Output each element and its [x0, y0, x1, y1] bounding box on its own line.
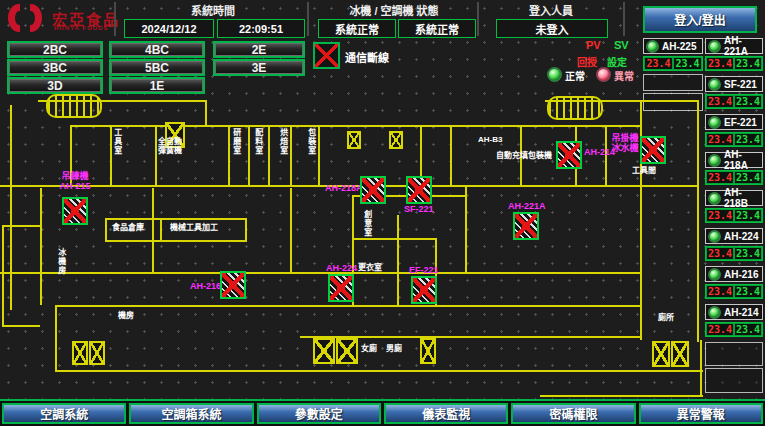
sv-abbr-label: SV — [614, 39, 629, 51]
unit-status-led — [708, 154, 721, 167]
equip-ah-216-icon[interactable] — [220, 271, 246, 299]
unit-ah-216-values: 23.423.4 — [705, 284, 763, 299]
unit-ah-224[interactable]: AH-224 — [705, 228, 763, 244]
wall — [105, 240, 247, 242]
elevator-icon — [313, 338, 335, 364]
equip-ah-224-icon[interactable] — [328, 274, 354, 302]
wall — [55, 370, 703, 372]
equip-ah-215-icon[interactable] — [62, 197, 88, 225]
divider — [623, 2, 625, 36]
room-label: 工具室 — [112, 128, 121, 155]
sv-value: 23.4 — [734, 323, 762, 336]
unit-label: EF-221 — [724, 117, 757, 128]
unit-ah-218a-values: 23.423.4 — [705, 170, 763, 185]
equip-ah-214-icon[interactable] — [556, 141, 582, 169]
unit-ef-221[interactable]: EF-221 — [705, 114, 763, 130]
normal-legend-icon — [547, 67, 562, 82]
wall — [40, 188, 42, 305]
nav-abnormal-alarm-button[interactable]: 異常警報 — [639, 403, 763, 424]
pv-value: 23.4 — [706, 171, 734, 184]
sv-value: 23.4 — [734, 247, 762, 260]
empty-unit-slot — [643, 93, 703, 111]
wall — [205, 100, 207, 127]
room-label: 食品倉庫 — [112, 224, 144, 233]
room-label: 自動充填包裝機 — [496, 152, 556, 161]
wall — [697, 100, 699, 342]
equip-hoist-icon[interactable] — [640, 136, 666, 164]
wall — [318, 125, 320, 187]
login-logout-button[interactable]: 登入/登出 — [643, 6, 757, 33]
elevator-icon — [652, 341, 670, 367]
unit-sf-221-values: 23.423.4 — [705, 94, 763, 109]
room-label: 女廁 — [361, 345, 377, 354]
equip-label-ah-215: 吊練機 AH-215 — [50, 172, 100, 192]
room-label: 配料室 — [253, 128, 262, 155]
floor-button-1e[interactable]: 1E — [109, 77, 205, 94]
equip-label-ef-221: EF-221 — [409, 266, 439, 276]
nav-instrument-monitor-button[interactable]: 儀表監視 — [384, 403, 508, 424]
unit-ah-221a[interactable]: AH-221A — [705, 38, 763, 54]
equip-label-ah-224: AH-224 — [326, 264, 357, 274]
unit-ah-225[interactable]: AH-225 — [643, 38, 703, 54]
unit-ah-218b[interactable]: AH-218B — [705, 190, 763, 206]
unit-label: AH-224 — [724, 231, 758, 242]
unit-label: AH-225 — [662, 41, 696, 52]
room-label: 包裝室 — [306, 128, 315, 155]
equip-ah-218a-icon[interactable] — [360, 176, 386, 204]
floor-button-4bc[interactable]: 4BC — [109, 41, 205, 58]
unit-ah-218a[interactable]: AH-218A — [705, 152, 763, 168]
unit-ah-216[interactable]: AH-216 — [705, 266, 763, 282]
unit-ah-214[interactable]: AH-214 — [705, 304, 763, 320]
comm-fail-legend-icon — [313, 42, 340, 69]
room-label: 更衣室 — [358, 264, 382, 273]
equip-ef-221-icon[interactable] — [411, 276, 437, 304]
sv-value: 23.4 — [734, 285, 762, 298]
room-label: 工具間 — [632, 167, 656, 176]
floor-button-5bc[interactable]: 5BC — [109, 59, 205, 76]
nav-parameter-settings-button[interactable]: 參數設定 — [257, 403, 381, 424]
wall — [290, 125, 292, 187]
unit-status-led — [708, 78, 721, 91]
sv-value: 23.4 — [673, 57, 702, 70]
nav-ahu-system-button[interactable]: 空調箱系統 — [129, 403, 253, 424]
unit-sf-221[interactable]: SF-221 — [705, 76, 763, 92]
unit-status-led — [646, 40, 659, 53]
wall — [0, 272, 640, 274]
room-label: 全自動 彈簧機 — [158, 138, 182, 156]
divider — [477, 2, 479, 36]
unit-status-led — [708, 192, 721, 205]
wall — [2, 225, 40, 227]
bottom-nav: 空調系統 空調箱系統 參數設定 儀表監視 密碼權限 異常警報 — [0, 399, 765, 426]
unit-ah-221a-values: 23.423.4 — [705, 56, 763, 71]
sv-value: 23.4 — [734, 133, 762, 146]
equip-label-ah-221a: AH-221A — [508, 202, 546, 212]
unit-ah-225-values: 23.423.4 — [643, 56, 703, 71]
unit-status-led — [708, 268, 721, 281]
unit-label: AH-214 — [724, 307, 758, 318]
stairs-icon — [547, 96, 603, 120]
wall — [105, 218, 247, 220]
hmi-screen: 宏亞食品 HUNYA FOODS 系統時間 2024/12/12 22:09:5… — [0, 0, 765, 426]
shaft-icon — [420, 338, 436, 364]
floor-button-2e[interactable]: 2E — [213, 41, 305, 58]
abnormal-legend-icon — [596, 67, 611, 82]
pv-value: 23.4 — [706, 57, 734, 70]
floor-button-3bc[interactable]: 3BC — [7, 59, 103, 76]
wall — [10, 105, 12, 310]
equip-label-sf-221: SF-221 — [404, 205, 434, 215]
header: 宏亞食品 HUNYA FOODS 系統時間 2024/12/12 22:09:5… — [0, 0, 765, 40]
floor-button-3e[interactable]: 3E — [213, 59, 305, 76]
equip-sf-221-icon[interactable] — [406, 176, 432, 204]
floor-button-3d[interactable]: 3D — [7, 77, 103, 94]
room-label: 廁所 — [658, 314, 674, 323]
nav-password-permission-button[interactable]: 密碼權限 — [511, 403, 635, 424]
pv-value: 23.4 — [706, 323, 734, 336]
shaft-icon — [89, 341, 105, 365]
login-user-label: 登入人員 — [480, 2, 622, 18]
equip-ah-221a-icon[interactable] — [513, 212, 539, 240]
wall — [2, 325, 40, 327]
unit-label: AH-216 — [724, 269, 758, 280]
floor-button-2bc[interactable]: 2BC — [7, 41, 103, 58]
abnormal-legend-label: 異常 — [614, 68, 634, 83]
nav-ac-system-button[interactable]: 空調系統 — [2, 403, 126, 424]
